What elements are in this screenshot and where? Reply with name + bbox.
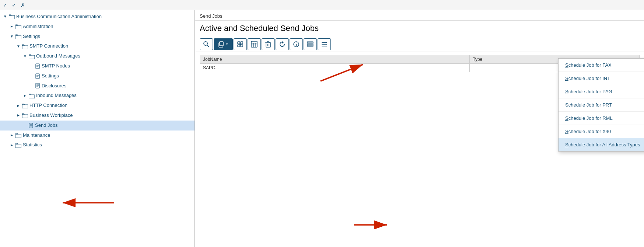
sidebar-item-send-jobs[interactable]: Send Jobs — [0, 121, 195, 131]
svg-rect-1 — [15, 25, 21, 29]
top-bar-icons: ✓ ✓ ✗ — [1, 1, 27, 9]
folder-icon — [15, 143, 21, 148]
svg-point-35 — [239, 44, 241, 45]
document-icon — [35, 83, 40, 88]
dropdown-item-prt[interactable]: Schedule Job for PRT — [559, 98, 644, 112]
toolbar-btn-list2[interactable] — [318, 38, 331, 50]
dropdown-menu: Schedule Job for FAXSchedule Job for INT… — [558, 58, 644, 152]
document-icon — [35, 73, 40, 79]
toolbar-btn-table[interactable] — [248, 38, 261, 50]
svg-rect-3 — [22, 45, 28, 49]
svg-rect-32 — [241, 42, 243, 44]
tree-item-label: SMTP Nodes — [42, 62, 70, 70]
dropdown-item-rml[interactable]: Schedule Job for RML — [559, 112, 644, 125]
tree-item-label: Disclosures — [42, 82, 66, 90]
chevron-icon: ▼ — [15, 44, 21, 49]
underline-char: S — [565, 76, 568, 81]
svg-rect-29 — [220, 42, 223, 46]
folder-icon — [22, 44, 28, 49]
folder-icon — [15, 133, 21, 138]
sidebar-item-http[interactable]: ► HTTP Connection — [0, 101, 195, 111]
svg-rect-36 — [251, 41, 257, 47]
toolbar-btn-info[interactable] — [290, 38, 303, 50]
sidebar-item-outbound[interactable]: ▼ Outbound Messages — [0, 51, 195, 61]
sidebar-item-admin[interactable]: ► Administration — [0, 22, 195, 32]
underline-char: S — [565, 115, 568, 121]
close-icon[interactable]: ✗ — [19, 1, 27, 9]
check-icon-2[interactable]: ✓ — [10, 1, 18, 9]
svg-rect-2 — [15, 35, 21, 39]
sidebar-item-smtp-nodes[interactable]: SMTP Nodes — [0, 61, 195, 71]
svg-rect-54 — [307, 45, 313, 46]
folder-icon — [15, 34, 21, 39]
svg-rect-4 — [29, 55, 35, 59]
check-icon-1[interactable]: ✓ — [1, 1, 9, 9]
dropdown-item-int[interactable]: Schedule Job for INT — [559, 72, 644, 85]
svg-rect-19 — [22, 114, 28, 118]
toolbar-btn-search[interactable] — [200, 38, 213, 50]
svg-rect-0 — [9, 15, 15, 19]
svg-rect-17 — [29, 95, 35, 98]
tree-item-label: HTTP Connection — [29, 102, 67, 109]
tree-item-label: Business Workplace — [29, 112, 73, 119]
folder-icon — [29, 54, 35, 59]
svg-rect-33 — [238, 45, 240, 47]
sidebar-item-settings[interactable]: ▼ Settings — [0, 32, 195, 42]
folder-icon — [29, 93, 35, 98]
svg-rect-34 — [241, 45, 243, 47]
svg-line-27 — [207, 45, 209, 47]
svg-point-26 — [204, 42, 207, 45]
chevron-icon: ► — [22, 93, 28, 99]
chevron-icon: ► — [9, 24, 15, 29]
tree-item-label: SMTP Connection — [29, 42, 68, 50]
sidebar-item-smtp[interactable]: ▼ SMTP Connection — [0, 41, 195, 51]
underline-char: S — [565, 62, 568, 68]
sidebar-item-statistics[interactable]: ► Statistics — [0, 140, 195, 150]
chevron-icon: ► — [9, 142, 15, 148]
document-icon — [35, 63, 40, 69]
tree-item-label: Business Communication Administration — [16, 13, 102, 21]
tree-item-label: Settings — [42, 72, 59, 80]
svg-rect-25 — [15, 144, 21, 148]
sidebar: ▼ Business Communication Administration►… — [0, 10, 195, 247]
table-header-jobname: JobName — [200, 55, 470, 64]
document-icon — [29, 123, 34, 128]
underline-char: S — [565, 129, 568, 134]
toolbar-btn-puzzle[interactable] — [234, 38, 247, 50]
chevron-icon: ► — [15, 103, 21, 109]
svg-rect-53 — [307, 44, 313, 45]
top-bar: ✓ ✓ ✗ — [0, 0, 644, 10]
sidebar-item-biz-workplace[interactable]: ► Business Workplace — [0, 111, 195, 121]
sidebar-item-settings-node[interactable]: Settings — [0, 71, 195, 81]
tree-item-label: Settings — [23, 33, 40, 41]
svg-rect-41 — [266, 43, 270, 47]
sidebar-item-disclosures[interactable]: Disclosures — [0, 81, 195, 91]
svg-point-51 — [296, 43, 297, 44]
sidebar-item-bca[interactable]: ▼ Business Communication Administration — [0, 12, 195, 22]
main-layout: ▼ Business Communication Administration►… — [0, 10, 644, 247]
toolbar-btn-refresh[interactable] — [276, 38, 289, 50]
dropdown-item-pag[interactable]: Schedule Job for PAG — [559, 85, 644, 98]
underline-char: S — [565, 142, 568, 147]
chevron-icon: ▼ — [22, 53, 28, 59]
underline-char: S — [565, 89, 568, 94]
dropdown-item-x40[interactable]: Schedule Job for X40 — [559, 125, 644, 138]
tree-item-label: Outbound Messages — [36, 52, 80, 60]
sidebar-item-maintenance[interactable]: ► Maintenance — [0, 131, 195, 140]
folder-icon — [22, 113, 28, 118]
toolbar-btn-list1[interactable] — [304, 38, 317, 50]
folder-icon — [22, 103, 28, 108]
toolbar-btn-delete[interactable] — [262, 38, 275, 50]
dropdown-item-fax[interactable]: Schedule Job for FAX — [559, 59, 644, 72]
table-cell-jobname: SAPC... — [200, 64, 470, 72]
svg-rect-52 — [307, 42, 313, 43]
svg-rect-18 — [22, 105, 28, 108]
dropdown-item-all[interactable]: Schedule Job for All Address Types — [559, 138, 644, 151]
chevron-icon: ▼ — [2, 14, 8, 20]
folder-icon — [9, 14, 15, 19]
chevron-icon: ► — [15, 112, 21, 118]
folder-icon — [15, 24, 21, 29]
tree-item-label: Inbound Messages — [36, 92, 77, 100]
sidebar-item-inbound[interactable]: ► Inbound Messages — [0, 91, 195, 101]
toolbar-btn-copy-dropdown[interactable] — [214, 38, 233, 50]
